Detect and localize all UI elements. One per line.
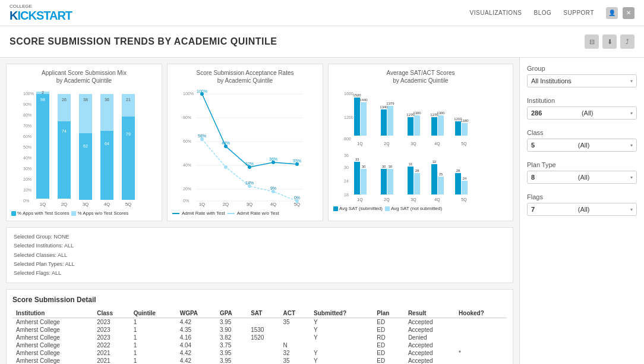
svg-rect-84	[414, 115, 420, 136]
institution-select[interactable]: 286 (All) ▾	[527, 106, 637, 120]
svg-text:44%: 44%	[222, 141, 230, 145]
flags-chevron: ▾	[630, 207, 633, 212]
svg-rect-113	[414, 173, 420, 194]
svg-text:1520: 1520	[353, 93, 361, 97]
chart3-title: Average SAT/ACT Scoresby Academic Quinti…	[333, 69, 508, 84]
svg-text:3Q: 3Q	[247, 202, 253, 207]
chart-submission-mix: Applicant Score Submission Mixby Academi…	[6, 64, 162, 221]
svg-point-54	[224, 165, 228, 169]
chart3-sat-svg: 1600 1200 800 1520 1440 1340 1379	[333, 88, 476, 148]
institution-label: Institution	[527, 97, 637, 104]
svg-rect-121	[462, 181, 468, 194]
svg-text:1Q: 1Q	[357, 142, 363, 146]
download-icon[interactable]: ⬇	[602, 34, 617, 49]
filter-group-flags: Flags 7 (All) ▾	[527, 193, 637, 216]
flags-value: (All)	[578, 206, 590, 213]
svg-text:24: 24	[463, 177, 467, 180]
svg-text:2Q: 2Q	[384, 142, 390, 146]
logo: COLLEGE KICKSTART	[10, 4, 72, 23]
svg-text:70%: 70%	[23, 124, 31, 128]
info-line-2: Selected Institutions: ALL	[14, 241, 506, 250]
svg-text:1600: 1600	[344, 92, 353, 96]
svg-text:1300: 1300	[437, 111, 445, 115]
svg-text:4Q: 4Q	[434, 142, 440, 146]
svg-text:100%: 100%	[183, 92, 194, 96]
class-label: Class	[527, 129, 637, 136]
table-row: Amherst College202214.043.75NEDAccepted	[12, 341, 507, 349]
score-detail-table: Institution Class Quintile WGPA GPA SAT …	[12, 309, 507, 364]
flags-label: Flags	[527, 193, 637, 200]
class-value: (All)	[578, 142, 590, 149]
share-icon[interactable]: ⤴	[620, 34, 634, 49]
svg-text:28: 28	[415, 169, 419, 172]
svg-text:32%: 32%	[245, 162, 254, 166]
svg-text:5Q: 5Q	[461, 197, 467, 202]
table-row: Amherst College202114.423.9532YEDAccepte…	[12, 349, 507, 357]
svg-text:30: 30	[362, 165, 366, 168]
plan-value: (All)	[578, 174, 590, 181]
close-icon[interactable]: ✕	[623, 7, 634, 19]
svg-text:40%: 40%	[183, 163, 191, 167]
nav-visualizations[interactable]: VISUALIZATIONS	[470, 10, 522, 16]
nav-support[interactable]: SUPPORT	[563, 10, 594, 16]
col-quintile: Quintile	[130, 309, 176, 318]
col-gpa: GPA	[216, 309, 247, 318]
svg-text:800: 800	[344, 137, 351, 141]
col-class: Class	[93, 309, 130, 318]
svg-text:1379: 1379	[386, 102, 394, 105]
filter-icon[interactable]: ⊟	[585, 34, 599, 49]
svg-text:38: 38	[83, 98, 88, 102]
svg-rect-83	[408, 117, 413, 136]
svg-rect-75	[354, 98, 360, 136]
svg-text:64: 64	[105, 142, 109, 146]
nav-blog[interactable]: BLOG	[534, 10, 552, 16]
svg-text:20%: 20%	[183, 187, 191, 191]
svg-rect-108	[381, 169, 387, 194]
group-label: Group	[527, 65, 637, 72]
svg-text:9%: 9%	[270, 186, 276, 190]
svg-text:62: 62	[83, 144, 88, 148]
svg-rect-79	[381, 109, 387, 136]
col-act: ACT	[279, 309, 310, 318]
svg-text:1Q: 1Q	[40, 202, 46, 207]
svg-text:1440: 1440	[359, 98, 368, 102]
svg-rect-27	[122, 117, 135, 200]
svg-text:25: 25	[439, 172, 443, 176]
svg-rect-11	[36, 94, 49, 199]
group-chevron: ▾	[630, 79, 633, 84]
col-wgpa: WGPA	[176, 309, 216, 318]
svg-rect-92	[462, 123, 468, 136]
flags-count: 7	[531, 206, 535, 213]
svg-text:1Q: 1Q	[199, 202, 206, 207]
svg-text:1180: 1180	[460, 119, 469, 123]
flags-select[interactable]: 7 (All) ▾	[527, 203, 637, 216]
chart1-legend: % Apps with Test Scores % Apps w/o Test …	[11, 211, 157, 216]
svg-rect-120	[455, 173, 461, 194]
svg-text:50%: 50%	[23, 145, 31, 149]
plan-chevron: ▾	[630, 175, 633, 180]
svg-text:32: 32	[433, 160, 437, 164]
col-plan: Plan	[373, 309, 405, 318]
table-row: Amherst College202314.163.821520YRDDenie…	[12, 334, 507, 341]
svg-rect-88	[438, 115, 444, 136]
plan-select[interactable]: 8 (All) ▾	[527, 171, 637, 184]
charts-row: Applicant Score Submission Mixby Academi…	[6, 64, 513, 221]
svg-text:36: 36	[105, 98, 109, 102]
svg-text:18: 18	[344, 193, 349, 197]
user-icon[interactable]: 👤	[606, 7, 618, 19]
class-select[interactable]: 5 (All) ▾	[527, 139, 637, 152]
chart1-title: Applicant Score Submission Mixby Academi…	[11, 69, 157, 84]
col-submitted: Submitted?	[310, 309, 373, 318]
svg-text:28: 28	[456, 169, 460, 172]
chart2-title: Score Submission Acceptance Ratesby Acad…	[172, 69, 318, 84]
table-row: Amherst College202114.423.9535YEDAccepte…	[12, 357, 507, 364]
info-section: Selected Group: NONE Selected Institutio…	[6, 227, 513, 283]
institution-count: 286	[531, 109, 542, 117]
svg-text:1200: 1200	[344, 115, 353, 120]
logo-college-text: COLLEGE	[10, 4, 72, 9]
table-section: Score Submission Detail Institution Clas…	[6, 289, 513, 364]
group-select[interactable]: All Institutions ▾	[527, 74, 637, 87]
svg-text:5Q: 5Q	[294, 202, 301, 207]
svg-text:80%: 80%	[183, 115, 191, 120]
svg-rect-109	[387, 169, 393, 194]
